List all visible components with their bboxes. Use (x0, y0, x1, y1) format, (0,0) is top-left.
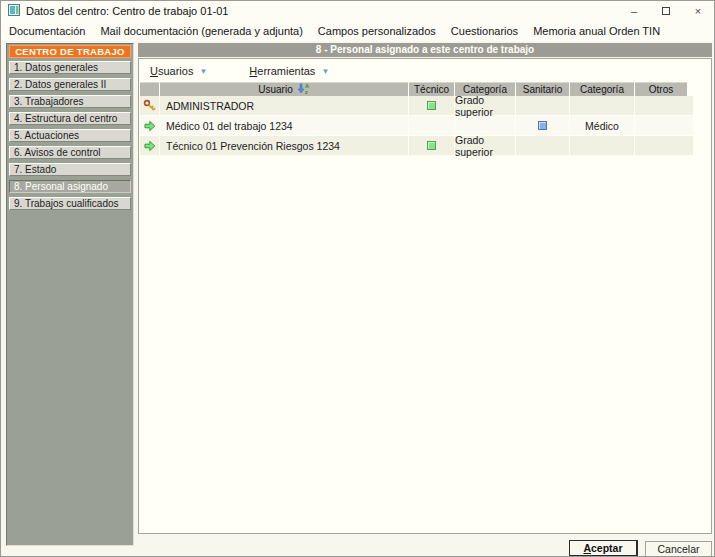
usuario-cell: ADMINISTRADOR (160, 96, 409, 115)
menu-bar: Documentación Mail documentación (genera… (1, 21, 714, 41)
table-row[interactable]: Médico 01 del trabajo 1234 Médico (140, 116, 693, 136)
menu-documentacion[interactable]: Documentación (9, 25, 85, 37)
title-bar: Datos del centro: Centro de trabajo 01-0… (1, 1, 714, 21)
svg-text:z: z (305, 89, 308, 95)
tecnico-check-icon (427, 141, 436, 150)
table-row[interactable]: ADMINISTRADOR Grado superior (140, 96, 693, 116)
arrow-right-icon (140, 136, 160, 155)
menu-cuestionarios[interactable]: Cuestionarios (451, 25, 518, 37)
toolbar: Usuarios▼ Herramientas▼ (150, 63, 329, 78)
main-panel: Usuarios▼ Herramientas▼ Usuario A z (138, 58, 712, 534)
client-area: CENTRO DE TRABAJO 1. Datos generales 2. … (1, 41, 715, 557)
categoria-cell (455, 116, 516, 135)
categoria2-cell (570, 96, 635, 115)
key-icon (140, 96, 160, 115)
otros-cell (635, 116, 687, 135)
usuario-cell: Médico 01 del trabajo 1234 (160, 116, 409, 135)
sidebar-item-personal-asignado[interactable]: 8. Personal asignado (9, 180, 131, 193)
personnel-table: Usuario A z Técnico Categoría Sanitario … (140, 82, 693, 156)
menu-memoria-anual[interactable]: Memoria anual Orden TIN (533, 25, 660, 37)
sidebar-item-actuaciones[interactable]: 5. Actuaciones (9, 129, 131, 142)
usuario-cell: Técnico 01 Prevención Riesgos 1234 (160, 136, 409, 155)
chevron-down-icon: ▼ (199, 67, 207, 76)
categoria-cell: Grado superior (455, 96, 516, 115)
arrow-right-icon (140, 116, 160, 135)
minimize-button[interactable]: – (618, 1, 650, 21)
close-button[interactable]: × (682, 1, 714, 21)
table-header-row: Usuario A z Técnico Categoría Sanitario … (140, 82, 693, 96)
column-header-tecnico[interactable]: Técnico (409, 82, 455, 96)
otros-cell (635, 96, 687, 115)
tecnico-cell (409, 96, 455, 115)
column-header-sanitario[interactable]: Sanitario (516, 82, 570, 96)
window-title: Datos del centro: Centro de trabajo 01-0… (26, 5, 228, 17)
app-window: Datos del centro: Centro de trabajo 01-0… (0, 0, 715, 557)
sanitario-cell (516, 136, 570, 155)
chevron-down-icon: ▼ (321, 67, 329, 76)
categoria2-cell: Médico (570, 116, 635, 135)
sidebar-header: CENTRO DE TRABAJO (9, 45, 131, 58)
tecnico-cell (409, 116, 455, 135)
cancel-button[interactable]: Cancelar [Esc] (645, 541, 712, 557)
sanitario-cell (516, 96, 570, 115)
sanitario-cell (516, 116, 570, 135)
app-icon (8, 4, 20, 18)
sidebar-item-datos-generales[interactable]: 1. Datos generales (9, 61, 131, 74)
tecnico-check-icon (427, 101, 436, 110)
panel-title: 8 - Personal asignado a este centro de t… (138, 43, 712, 57)
herramientas-menu-button[interactable]: Herramientas▼ (249, 65, 329, 77)
tecnico-cell (409, 136, 455, 155)
menu-mail-documentacion[interactable]: Mail documentación (generada y adjunta) (100, 25, 302, 37)
otros-cell (635, 136, 687, 155)
sidebar-item-estructura[interactable]: 4. Estructura del centro (9, 112, 131, 125)
table-row[interactable]: Técnico 01 Prevención Riesgos 1234 Grado… (140, 136, 693, 156)
accept-button[interactable]: Aceptar (569, 540, 638, 557)
column-header-otros[interactable]: Otros (635, 82, 687, 96)
column-header-categoria-2[interactable]: Categoría (570, 82, 635, 96)
sidebar-item-avisos[interactable]: 6. Avisos de control (9, 146, 131, 159)
column-header-usuario[interactable]: Usuario A z (160, 82, 409, 96)
sidebar-item-trabajos-cualificados[interactable]: 9. Trabajos cualificados (9, 197, 131, 210)
sort-az-icon: A z (297, 83, 310, 96)
sidebar: CENTRO DE TRABAJO 1. Datos generales 2. … (6, 43, 134, 546)
categoria-cell: Grado superior (455, 136, 516, 155)
maximize-icon (662, 7, 670, 15)
categoria2-cell (570, 136, 635, 155)
sidebar-item-datos-generales-ii[interactable]: 2. Datos generales II (9, 78, 131, 91)
sidebar-item-trabajadores[interactable]: 3. Trabajadores (9, 95, 131, 108)
column-header-icon[interactable] (140, 82, 160, 96)
sidebar-item-estado[interactable]: 7. Estado (9, 163, 131, 176)
maximize-button[interactable] (650, 1, 682, 21)
sanitario-check-icon (538, 121, 547, 130)
menu-campos-personalizados[interactable]: Campos personalizados (318, 25, 436, 37)
usuarios-menu-button[interactable]: Usuarios▼ (150, 65, 207, 77)
